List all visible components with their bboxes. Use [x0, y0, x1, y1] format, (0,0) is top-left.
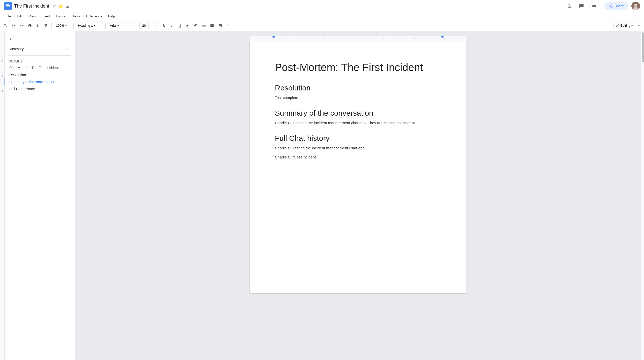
menu-format[interactable]: Format [53, 13, 69, 19]
style-dropdown[interactable]: Heading 1 ▾ [76, 22, 103, 29]
menu-view[interactable]: View [26, 13, 38, 19]
section-resolution: Resolution Test complete [275, 84, 441, 101]
font-size-box: − 20 + [132, 22, 156, 29]
outline-item-1[interactable]: Resolution [5, 71, 75, 78]
ruler-num-6: 6 [444, 37, 445, 40]
folder-icon[interactable]: 📁 [58, 4, 63, 9]
scroll-thumb[interactable] [642, 32, 644, 62]
heading-summary: Summary of the conversation [275, 109, 441, 117]
zoom-value: 100% [56, 24, 64, 27]
svg-rect-9 [186, 27, 188, 27]
zoom-dropdown[interactable]: 100% ▾ [54, 22, 71, 29]
doc-title: The First Incident [14, 4, 49, 9]
sidebar-back-button[interactable] [5, 34, 75, 44]
search-button[interactable] [2, 22, 9, 29]
title-actions: ☆ 📁 ☁ [52, 3, 69, 9]
font-dropdown[interactable]: Arial ▾ [108, 22, 128, 29]
separator-3 [105, 23, 106, 29]
left-ruler: 1 2 3 4 [0, 31, 5, 360]
outline-item-3[interactable]: Full Chat history [5, 85, 75, 92]
menu-insert[interactable]: Insert [39, 13, 52, 19]
undo-button[interactable] [10, 22, 17, 29]
heading-resolution: Resolution [275, 84, 441, 92]
cloud-icon[interactable]: ☁ [65, 4, 69, 9]
redo-button[interactable] [18, 22, 25, 29]
font-value: Arial [110, 24, 116, 27]
summary-section-header: Summary + [5, 44, 75, 53]
star-icon[interactable]: ☆ [52, 3, 56, 9]
ruler-num-1: 1 [292, 37, 294, 40]
font-size-increase-button[interactable]: + [149, 22, 156, 29]
menu-help[interactable]: Help [106, 13, 118, 19]
summary-label: Summary [9, 47, 24, 51]
menu-extensions[interactable]: Extensions [83, 13, 105, 19]
bold-button[interactable]: B [160, 22, 167, 29]
meet-caret-icon: ▾ [597, 5, 599, 8]
share-button[interactable]: Share [604, 2, 628, 10]
ruler-mark-1: 1 [2, 44, 3, 59]
collapse-panel-button[interactable] [636, 23, 642, 28]
image-button[interactable] [217, 22, 224, 29]
svg-rect-0 [4, 2, 12, 10]
body-chat-history-line-1: Charlie C: /closeIncident [275, 154, 441, 160]
italic-button[interactable]: I [168, 22, 175, 29]
menu-row: File Edit View Insert Format Tools Exten… [0, 12, 644, 20]
font-caret-icon: ▾ [118, 24, 119, 27]
ruler-num-4: 4 [383, 37, 385, 40]
version-history-button[interactable] [565, 2, 574, 11]
top-ruler: 1 2 3 4 5 6 [250, 36, 466, 41]
edit-mode-label: Editing [620, 24, 630, 27]
ruler-num-2: 2 [323, 37, 324, 40]
comment-button[interactable] [209, 22, 216, 29]
edit-mode-dropdown[interactable]: Editing ▾ [613, 22, 635, 29]
layout: 1 2 3 4 Summary + Outline Post-Mortem: T… [0, 31, 644, 360]
text-color-button[interactable]: A [184, 22, 191, 29]
doc-icon [4, 2, 12, 10]
separator-5 [158, 23, 158, 29]
ruler-num-3: 3 [353, 37, 354, 40]
menu-edit[interactable]: Edit [14, 13, 25, 19]
font-size-value[interactable]: 20 [139, 22, 149, 29]
title-row: The First Incident ☆ 📁 ☁ ▾ [0, 0, 644, 12]
ruler-mark-4: 4 [2, 89, 3, 104]
ruler-right-marker [441, 36, 444, 38]
ruler-mark-2: 2 [2, 59, 3, 74]
zoom-caret-icon: ▾ [65, 24, 67, 27]
more-options-button[interactable]: ⋮ [225, 22, 232, 29]
meet-button[interactable]: ▾ [589, 2, 601, 10]
main-area: 1 2 3 4 5 6 Post-Mortem: The First Incid… [75, 31, 641, 360]
avatar[interactable] [631, 2, 640, 10]
top-bar: The First Incident ☆ 📁 ☁ ▾ [0, 0, 644, 20]
svg-rect-1 [6, 4, 9, 5]
separator-2 [73, 23, 74, 29]
paint-format-button[interactable] [42, 22, 49, 29]
ruler-num-5: 5 [414, 37, 415, 40]
highlight-button[interactable] [192, 22, 199, 29]
print-button[interactable] [26, 22, 33, 29]
section-summary: Summary of the conversation Charlie C is… [275, 109, 441, 126]
edit-mode-caret-icon: ▾ [631, 24, 633, 27]
separator-4 [130, 23, 130, 29]
svg-rect-4 [6, 8, 9, 8]
ruler-mark-3: 3 [2, 74, 3, 89]
doc-main-title: Post-Mortem: The First Incident [275, 61, 441, 74]
style-caret-icon: ▾ [94, 24, 95, 27]
menu-file[interactable]: File [3, 13, 13, 19]
svg-text:A: A [186, 24, 188, 27]
body-summary: Charlie C is testing the incident manage… [275, 120, 441, 126]
underline-button[interactable]: U [176, 22, 183, 29]
style-value: Heading 1 [78, 24, 93, 27]
svg-point-6 [634, 4, 637, 7]
right-panel [641, 31, 644, 360]
outline-item-2[interactable]: Summary of the conversation [5, 78, 75, 85]
font-size-decrease-button[interactable]: − [132, 22, 139, 29]
spellcheck-button[interactable] [34, 22, 41, 29]
add-summary-button[interactable]: + [65, 46, 71, 52]
menu-tools[interactable]: Tools [70, 13, 82, 19]
outline-item-0[interactable]: Post-Mortem: The First Incident [5, 64, 75, 71]
comments-button[interactable] [577, 2, 586, 11]
link-button[interactable] [200, 22, 208, 29]
top-right-actions: ▾ Share [565, 2, 640, 11]
body-chat-history-line-0: Charlie C: Testing the incident manageme… [275, 145, 441, 151]
doc-page: Post-Mortem: The First Incident Resoluti… [250, 41, 466, 293]
